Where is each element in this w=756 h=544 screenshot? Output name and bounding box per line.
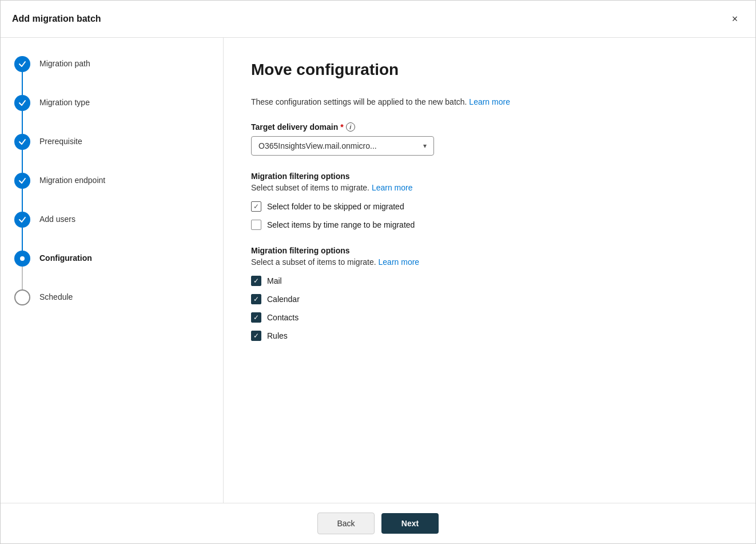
step-connector-schedule [14, 289, 30, 305]
checkmark-icon-rules: ✓ [253, 332, 259, 340]
checkbox-calendar-label: Calendar [267, 295, 300, 304]
checkbox-skip-folder-input[interactable]: ✓ [251, 201, 261, 212]
checkmark-icon [18, 60, 26, 68]
checkmark-icon-3 [18, 138, 26, 146]
close-icon: × [732, 13, 738, 25]
step-row-add-users: Add users [14, 212, 209, 251]
checkbox-time-range-label: Select items by time range to be migrate… [267, 220, 415, 229]
filtering-section-1-title: Migration filtering options [251, 172, 728, 181]
sidebar-item-label-migration-path: Migration path [39, 56, 90, 70]
back-button[interactable]: Back [317, 513, 375, 534]
checkmark-icon-calendar: ✓ [253, 295, 259, 303]
filtering-section-2-desc: Select a subset of items to migrate. Lea… [251, 257, 728, 267]
step-circle-configuration [14, 251, 30, 267]
svg-point-0 [20, 256, 25, 261]
target-delivery-domain-label: Target delivery domain * i [251, 122, 728, 132]
checkbox-rules: ✓ Rules [251, 331, 728, 341]
step-circle-migration-type [14, 95, 30, 111]
step-connector-migration-endpoint [14, 173, 30, 212]
step-circle-migration-path [14, 56, 30, 72]
dialog-footer: Back Next [1, 503, 755, 543]
required-indicator: * [340, 122, 343, 132]
filtering-section-2-title: Migration filtering options [251, 246, 728, 255]
learn-more-link-1[interactable]: Learn more [469, 97, 510, 106]
dialog-header: Add migration batch × [1, 1, 755, 38]
chevron-down-icon: ▾ [423, 142, 427, 150]
checkbox-rules-label: Rules [267, 331, 288, 340]
step-row-migration-path: Migration path [14, 56, 209, 95]
checkbox-calendar: ✓ Calendar [251, 294, 728, 304]
checkbox-time-range: Select items by time range to be migrate… [251, 220, 728, 230]
sidebar-item-label-schedule: Schedule [39, 289, 73, 303]
step-row-schedule: Schedule [14, 289, 209, 305]
checkbox-mail: ✓ Mail [251, 276, 728, 286]
main-content: Move configuration These configuration s… [224, 38, 755, 503]
sidebar: Migration path Migration type [1, 38, 224, 503]
info-icon: i [346, 122, 355, 132]
step-circle-migration-endpoint [14, 173, 30, 189]
step-circle-add-users [14, 212, 30, 228]
checkbox-mail-label: Mail [267, 276, 282, 285]
checkbox-contacts: ✓ Contacts [251, 312, 728, 323]
checkmark-icon-mail: ✓ [253, 277, 259, 285]
step-circle-schedule [14, 289, 30, 305]
sidebar-item-label-migration-type: Migration type [39, 95, 90, 109]
description-text: These configuration settings will be app… [251, 97, 728, 106]
step-row-configuration: Configuration [14, 251, 209, 289]
step-line-2 [22, 111, 23, 134]
checkbox-skip-folder: ✓ Select folder to be skipped or migrate… [251, 201, 728, 212]
sidebar-item-label-migration-endpoint: Migration endpoint [39, 173, 105, 186]
checkbox-skip-folder-label: Select folder to be skipped or migrated [267, 202, 404, 211]
checkbox-contacts-label: Contacts [267, 313, 299, 322]
step-connector-migration-type [14, 95, 30, 134]
checkmark-icon-4 [18, 177, 26, 185]
close-button[interactable]: × [726, 10, 744, 28]
sidebar-item-label-add-users: Add users [39, 212, 75, 225]
target-delivery-domain-dropdown[interactable]: O365InsightsView.mail.onmicro... ▾ [251, 136, 434, 156]
checkbox-mail-input[interactable]: ✓ [251, 276, 261, 286]
dialog-title: Add migration batch [12, 14, 101, 24]
checkmark-icon-5 [18, 216, 26, 224]
step-line-4 [22, 189, 23, 212]
step-row-migration-endpoint: Migration endpoint [14, 173, 209, 212]
checkbox-time-range-input[interactable] [251, 220, 261, 230]
dropdown-value: O365InsightsView.mail.onmicro... [258, 141, 377, 150]
step-line-3 [22, 150, 23, 173]
checkbox-rules-input[interactable]: ✓ [251, 331, 261, 341]
step-list: Migration path Migration type [14, 56, 209, 305]
checkmark-icon-skip-folder: ✓ [253, 202, 259, 211]
step-circle-prerequisite [14, 134, 30, 150]
sidebar-item-label-prerequisite: Prerequisite [39, 134, 82, 148]
dialog-body: Migration path Migration type [1, 38, 755, 503]
target-delivery-domain-field: Target delivery domain * i O365InsightsV… [251, 122, 728, 156]
step-row-prerequisite: Prerequisite [14, 134, 209, 173]
page-title: Move configuration [251, 61, 728, 79]
checkmark-icon-2 [18, 99, 26, 107]
step-line-6 [22, 267, 23, 289]
dot-icon [19, 256, 25, 261]
filtering-section-1-desc: Select subset of items to migrate. Learn… [251, 183, 728, 192]
step-line-1 [22, 72, 23, 95]
step-connector-add-users [14, 212, 30, 251]
learn-more-link-3[interactable]: Learn more [379, 257, 420, 267]
step-connector-migration-path [14, 56, 30, 95]
checkmark-icon-contacts: ✓ [253, 313, 259, 321]
learn-more-link-2[interactable]: Learn more [372, 183, 413, 192]
sidebar-item-label-configuration: Configuration [39, 251, 92, 264]
dialog-container: Add migration batch × Migration path [0, 0, 756, 544]
step-connector-configuration [14, 251, 30, 289]
step-row-migration-type: Migration type [14, 95, 209, 134]
next-button[interactable]: Next [381, 513, 439, 534]
checkbox-contacts-input[interactable]: ✓ [251, 312, 261, 323]
step-line-5 [22, 228, 23, 251]
step-connector-prerequisite [14, 134, 30, 173]
checkbox-calendar-input[interactable]: ✓ [251, 294, 261, 304]
